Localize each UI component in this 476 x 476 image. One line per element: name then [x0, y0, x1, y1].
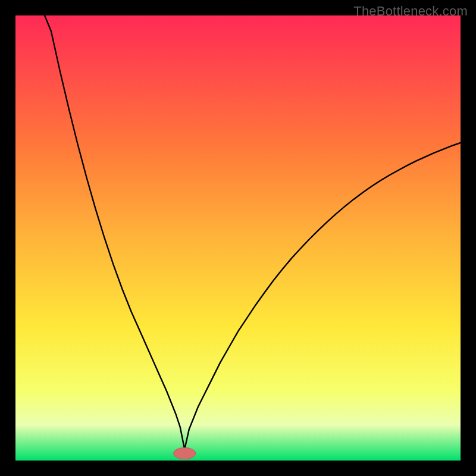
chart-frame: TheBottleneck.com — [0, 0, 476, 476]
watermark-text: TheBottleneck.com — [353, 4, 468, 19]
minimum-marker — [174, 447, 196, 459]
plot-area — [15, 15, 461, 461]
bottleneck-chart-svg — [15, 15, 461, 461]
gradient-background — [15, 15, 461, 461]
